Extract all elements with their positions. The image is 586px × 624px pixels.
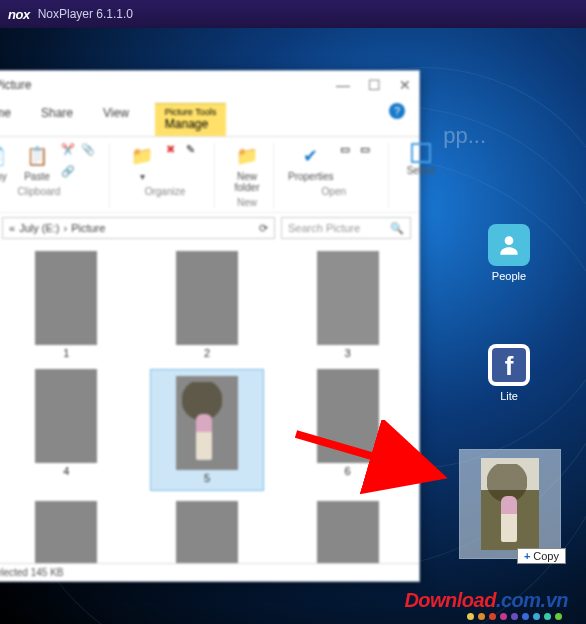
app-label: Lite <box>482 390 536 402</box>
properties-button[interactable]: ✔Properties <box>288 143 334 182</box>
search-icon: 🔍 <box>390 222 404 235</box>
close-button[interactable]: ✕ <box>399 77 411 93</box>
maximize-button[interactable]: ☐ <box>368 77 381 93</box>
new-folder-button[interactable]: 📁New folder <box>229 143 265 193</box>
svg-point-0 <box>505 236 514 245</box>
nox-window-title: NoxPlayer 6.1.1.0 <box>38 7 133 21</box>
app-label: People <box>482 270 536 282</box>
nox-logo: nox <box>8 7 30 22</box>
facebook-icon: f <box>488 344 530 386</box>
paste-button[interactable]: 📋Paste <box>19 143 55 182</box>
thumb-item[interactable]: 2 <box>150 251 265 359</box>
nox-titlebar: nox NoxPlayer 6.1.1.0 <box>0 0 586 28</box>
copy-button[interactable]: 📄Copy <box>0 143 13 182</box>
thumb-item[interactable]: 3 <box>290 251 405 359</box>
thumb-item[interactable] <box>150 501 265 563</box>
ribbon-tabs: Home Share View Picture Tools Manage ? <box>0 99 419 137</box>
tab-share[interactable]: Share <box>37 103 77 136</box>
help-button[interactable]: ? <box>389 103 405 119</box>
thumb-item[interactable] <box>290 501 405 563</box>
watermark: Download.com.vn <box>404 589 568 612</box>
thumb-item-selected[interactable]: 5 <box>150 369 265 491</box>
ribbon: 📄Copy 📋Paste ✂️📎🔗 Clipboard 📁▾ ✖✎ Organi… <box>0 137 419 212</box>
app-icon-lite[interactable]: f Lite <box>482 344 536 402</box>
copy-badge: + Copy <box>517 548 566 564</box>
thumb-item[interactable]: 1 <box>9 251 124 359</box>
tab-view[interactable]: View <box>99 103 133 136</box>
minimize-button[interactable]: — <box>336 77 350 93</box>
app-icon-people[interactable]: People <box>482 224 536 282</box>
open-mini-icons[interactable]: ▭▭ <box>340 143 380 182</box>
status-bar: item selected 145 KB <box>0 563 419 581</box>
search-hint: pp... <box>443 123 486 149</box>
file-explorer-window: 📁 Picture — ☐ ✕ Home Share View Picture … <box>0 70 420 582</box>
thumb-item[interactable]: 4 <box>9 369 124 491</box>
window-title: Picture <box>0 78 31 92</box>
organize-mini-icons[interactable]: ✖✎ <box>166 143 206 182</box>
clipboard-mini-icons[interactable]: ✂️📎🔗 <box>61 143 101 182</box>
breadcrumb[interactable]: « July (E:)› Picture ⟳ <box>2 217 275 239</box>
move-to-button[interactable]: 📁▾ <box>124 143 160 182</box>
status-selection: item selected 145 KB <box>0 567 64 578</box>
people-icon <box>488 224 530 266</box>
watermark-dots <box>467 613 562 620</box>
drag-ghost: + Copy <box>459 449 561 559</box>
thumb-item[interactable]: 6 <box>290 369 405 491</box>
select-button[interactable]: Select <box>403 143 439 176</box>
address-bar-row: ← ↑ « July (E:)› Picture ⟳ Search Pictur… <box>0 212 419 243</box>
ghost-thumbnail <box>481 458 539 550</box>
tab-picture-tools[interactable]: Picture Tools Manage <box>155 103 226 136</box>
explorer-titlebar[interactable]: 📁 Picture — ☐ ✕ <box>0 71 419 99</box>
search-input[interactable]: Search Picture 🔍 <box>281 217 411 239</box>
thumbnail-grid: 1 2 3 4 5 6 <box>0 243 419 563</box>
tab-home[interactable]: Home <box>0 103 15 136</box>
thumb-item[interactable] <box>9 501 124 563</box>
plus-icon: + <box>524 550 530 562</box>
